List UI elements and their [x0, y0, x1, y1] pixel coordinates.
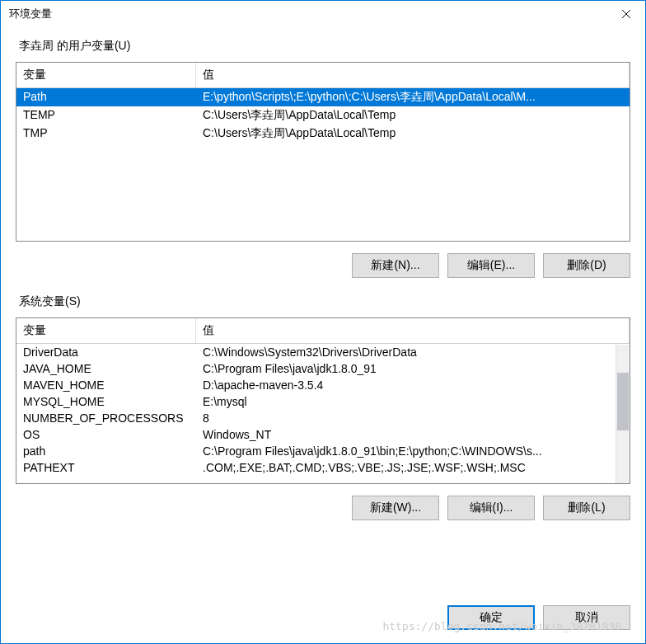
- table-row[interactable]: path C:\Program Files\java\jdk1.8.0_91\b…: [16, 443, 630, 459]
- titlebar: 环境变量: [1, 1, 645, 27]
- table-row[interactable]: DriverData C:\Windows\System32\Drivers\D…: [16, 344, 630, 360]
- cell-value: C:\Program Files\java\jdk1.8.0_91: [196, 361, 630, 376]
- table-row[interactable]: TEMP C:\Users\李垚周\AppData\Local\Temp: [16, 106, 630, 125]
- system-vars-body: DriverData C:\Windows\System32\Drivers\D…: [16, 344, 630, 482]
- system-vars-group: 系统变量(S) 变量 值 DriverData C:\Windows\Syste…: [16, 294, 630, 529]
- edit-user-var-button[interactable]: 编辑(E)...: [447, 253, 535, 278]
- edit-system-var-button[interactable]: 编辑(I)...: [447, 496, 535, 520]
- dialog-content: 李垚周 的用户变量(U) 变量 值 Path E:\python\Scripts…: [1, 27, 645, 643]
- user-vars-label: 李垚周 的用户变量(U): [16, 39, 630, 54]
- cell-value: C:\Users\李垚周\AppData\Local\Temp: [196, 107, 630, 124]
- table-row[interactable]: OS Windows_NT: [16, 426, 630, 443]
- column-header-value[interactable]: 值: [196, 63, 630, 87]
- cell-name: PATHEXT: [16, 460, 196, 475]
- cell-name: TMP: [16, 125, 196, 142]
- cell-value: D:\apache-maven-3.5.4: [196, 378, 630, 393]
- cell-name: DriverData: [16, 345, 196, 360]
- cell-value: Windows_NT: [196, 427, 630, 442]
- table-header: 变量 值: [16, 318, 630, 344]
- table-row[interactable]: MYSQL_HOME E:\mysql: [16, 393, 630, 410]
- table-header: 变量 值: [16, 63, 630, 88]
- cell-name: JAVA_HOME: [16, 361, 196, 376]
- user-vars-group: 李垚周 的用户变量(U) 变量 值 Path E:\python\Scripts…: [16, 39, 630, 286]
- close-icon: [622, 10, 630, 18]
- system-vars-buttons: 新建(W)... 编辑(I)... 删除(L): [16, 496, 630, 520]
- delete-user-var-button[interactable]: 删除(D): [543, 253, 630, 278]
- column-header-value[interactable]: 值: [196, 318, 630, 343]
- cell-name: path: [16, 444, 196, 458]
- dialog-buttons: 确定 取消: [16, 590, 630, 630]
- cell-value: E:\mysql: [196, 394, 630, 409]
- cell-value: C:\Windows\System32\Drivers\DriverData: [196, 345, 630, 360]
- table-row[interactable]: NUMBER_OF_PROCESSORS 8: [16, 410, 630, 426]
- table-row[interactable]: JAVA_HOME C:\Program Files\java\jdk1.8.0…: [16, 360, 630, 377]
- env-vars-dialog: 环境变量 李垚周 的用户变量(U) 变量 值 Path E:\python\Sc…: [0, 0, 646, 644]
- user-vars-body: Path E:\python\Scripts\;E:\python\;C:\Us…: [16, 88, 630, 240]
- cell-value: 8: [196, 411, 630, 425]
- close-button[interactable]: [607, 1, 645, 27]
- cell-value: E:\python\Scripts\;E:\python\;C:\Users\李…: [196, 89, 630, 106]
- column-header-name[interactable]: 变量: [16, 63, 196, 87]
- cell-value: C:\Program Files\java\jdk1.8.0_91\bin;E:…: [196, 444, 630, 458]
- cell-value: C:\Users\李垚周\AppData\Local\Temp: [196, 125, 630, 142]
- new-user-var-button[interactable]: 新建(N)...: [352, 253, 439, 278]
- delete-system-var-button[interactable]: 删除(L): [543, 496, 630, 520]
- window-title: 环境变量: [9, 7, 52, 21]
- new-system-var-button[interactable]: 新建(W)...: [352, 496, 439, 520]
- cell-name: MYSQL_HOME: [16, 394, 196, 409]
- cell-name: OS: [16, 427, 196, 442]
- user-vars-table[interactable]: 变量 值 Path E:\python\Scripts\;E:\python\;…: [16, 62, 630, 242]
- scrollbar[interactable]: [616, 345, 630, 483]
- system-vars-table[interactable]: 变量 值 DriverData C:\Windows\System32\Driv…: [16, 317, 630, 484]
- table-row[interactable]: MAVEN_HOME D:\apache-maven-3.5.4: [16, 377, 630, 393]
- table-row[interactable]: PATHEXT .COM;.EXE;.BAT;.CMD;.VBS;.VBE;.J…: [16, 459, 630, 476]
- cell-name: Path: [16, 89, 196, 106]
- ok-button[interactable]: 确定: [447, 605, 535, 630]
- cell-name: TEMP: [16, 107, 196, 124]
- user-vars-buttons: 新建(N)... 编辑(E)... 删除(D): [16, 253, 630, 278]
- table-row[interactable]: Path E:\python\Scripts\;E:\python\;C:\Us…: [16, 88, 630, 106]
- cell-value: .COM;.EXE;.BAT;.CMD;.VBS;.VBE;.JS;.JSE;.…: [196, 460, 630, 475]
- cell-name: NUMBER_OF_PROCESSORS: [16, 411, 196, 425]
- cell-name: MAVEN_HOME: [16, 378, 196, 393]
- cancel-button[interactable]: 取消: [543, 605, 630, 630]
- table-row[interactable]: TMP C:\Users\李垚周\AppData\Local\Temp: [16, 125, 630, 143]
- column-header-name[interactable]: 变量: [16, 318, 196, 343]
- system-vars-label: 系统变量(S): [16, 294, 630, 309]
- scrollbar-thumb[interactable]: [617, 373, 629, 430]
